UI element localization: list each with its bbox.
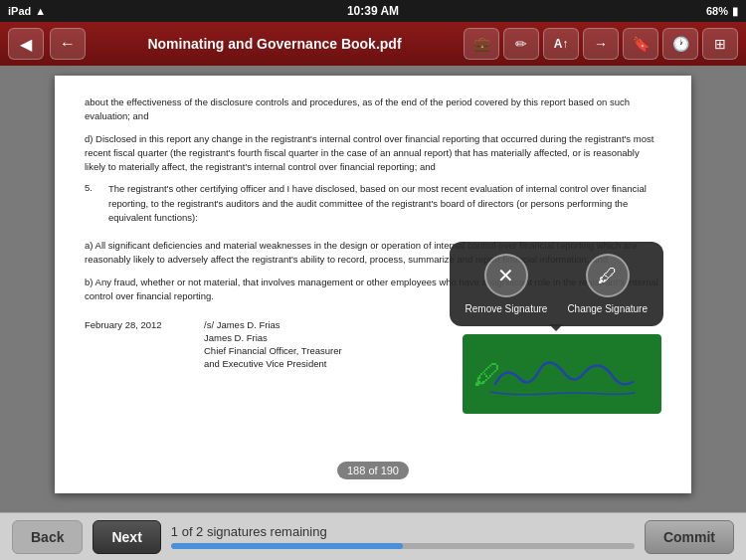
briefcase-icon: 💼	[473, 36, 490, 52]
toolbar: ◀ ← Nominating and Governance Book.pdf 💼…	[0, 22, 746, 66]
status-left: iPad ▲	[8, 5, 46, 17]
signer-title1: Chief Financial Officer, Treasurer	[204, 345, 342, 356]
signer-title2: and Executive Vice President	[204, 358, 342, 369]
battery-icon: ▮	[732, 5, 738, 18]
next-nav-button[interactable]: Next	[93, 520, 160, 554]
paragraph-5: 5. The registrant's other certifying off…	[85, 182, 661, 233]
clock-icon: 🕐	[672, 36, 689, 52]
back-nav-button[interactable]: Back	[12, 520, 83, 554]
document-page: about the effectiveness of the disclosur…	[55, 76, 691, 493]
change-signature-button[interactable]: 🖊 Change Signature	[567, 254, 648, 314]
status-time: 10:39 AM	[347, 4, 399, 18]
status-right: 68% ▮	[706, 5, 738, 18]
left-arrow-icon: ←	[60, 35, 76, 53]
wifi-icon: ▲	[35, 5, 46, 17]
battery-label: 68%	[706, 5, 728, 17]
left-arrow-button[interactable]: ←	[50, 28, 86, 60]
change-pen-icon: 🖊	[598, 265, 618, 287]
document-title: Nominating and Governance Book.pdf	[92, 36, 458, 52]
bottom-bar: Back Next 1 of 2 signatures remaining Co…	[0, 512, 746, 560]
forward-icon: →	[594, 36, 608, 52]
back-arrow-icon: ◀	[20, 35, 32, 54]
pencil-button[interactable]: ✏	[503, 28, 539, 60]
grid-button[interactable]: ⊞	[702, 28, 738, 60]
change-icon-circle: 🖊	[586, 254, 630, 297]
para-disclosure: about the effectiveness of the disclosur…	[85, 95, 661, 124]
remove-icon-circle: ✕	[484, 254, 528, 297]
para-item5: The registrant's other certifying office…	[108, 182, 661, 225]
paragraph-a: about the effectiveness of the disclosur…	[85, 95, 661, 124]
page-indicator: 188 of 190	[337, 462, 409, 479]
progress-bar-background	[171, 543, 635, 549]
para-disclosed: d) Disclosed in this report any change i…	[85, 132, 661, 175]
back-button[interactable]: ◀	[8, 28, 44, 60]
signature-date: February 28, 2012	[85, 319, 184, 330]
item-number: 5.	[85, 182, 100, 233]
pen-icon: 🖊	[473, 358, 501, 391]
forward-button[interactable]: →	[583, 28, 619, 60]
commit-button[interactable]: Commit	[645, 520, 734, 554]
pencil-icon: ✏	[515, 36, 527, 52]
remove-x-icon: ✕	[497, 264, 514, 287]
signer-info: /s/ James D. Frias James D. Frias Chief …	[204, 319, 342, 371]
remove-signature-button[interactable]: ✕ Remove Signature	[466, 254, 548, 314]
signer-line: /s/ James D. Frias	[204, 319, 342, 330]
briefcase-button[interactable]: 💼	[464, 28, 499, 60]
status-bar: iPad ▲ 10:39 AM 68% ▮	[0, 0, 746, 22]
progress-label: 1 of 2 signatures remaining	[171, 524, 635, 539]
paragraph-d: d) Disclosed in this report any change i…	[85, 132, 661, 175]
progress-bar-fill	[171, 543, 403, 549]
signer-name: James D. Frias	[204, 332, 342, 343]
progress-area: 1 of 2 signatures remaining	[171, 524, 635, 549]
text-button[interactable]: A↑	[543, 28, 579, 60]
bookmark-button[interactable]: 🔖	[623, 28, 658, 60]
clock-button[interactable]: 🕐	[662, 28, 698, 60]
grid-icon: ⊞	[714, 36, 726, 52]
change-signature-label: Change Signature	[567, 303, 648, 314]
toolbar-right-buttons: 💼 ✏ A↑ → 🔖 🕐 ⊞	[464, 28, 738, 60]
text-icon: A↑	[554, 37, 569, 51]
signature-popup: ✕ Remove Signature 🖊 Change Signature	[450, 242, 663, 326]
bookmark-icon: 🔖	[633, 36, 650, 52]
signature-box[interactable]: 🖊	[463, 334, 661, 414]
signature-date-block: February 28, 2012	[85, 319, 184, 330]
signature-svg	[485, 344, 640, 404]
document-container: about the effectiveness of the disclosur…	[0, 66, 746, 512]
ipad-label: iPad	[8, 5, 31, 17]
remove-signature-label: Remove Signature	[466, 303, 548, 314]
